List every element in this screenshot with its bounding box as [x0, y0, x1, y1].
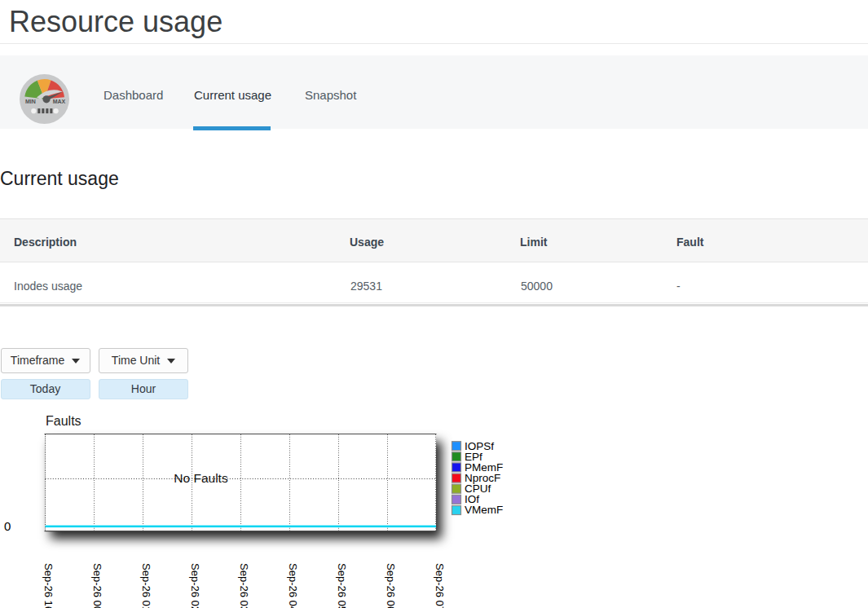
svg-text:Sep-26 02:00: Sep-26 02:00 [189, 563, 201, 608]
svg-text:Sep-26 00:00: Sep-26 00:00 [91, 563, 104, 608]
svg-text:Faults: Faults [46, 414, 82, 428]
svg-text:Sep-26 01:00: Sep-26 01:00 [140, 563, 152, 608]
svg-text:MIN: MIN [25, 99, 36, 104]
svg-text:Sep-26 06:00: Sep-26 06:00 [385, 563, 397, 608]
svg-text:Sep-26 04:00: Sep-26 04:00 [287, 563, 299, 608]
svg-text:No Faults: No Faults [174, 471, 228, 485]
svg-text:0: 0 [4, 519, 11, 533]
svg-text:VMemF: VMemF [465, 504, 503, 516]
svg-text:Sep-26 05:00: Sep-26 05:00 [336, 563, 348, 608]
svg-text:MAX: MAX [53, 99, 66, 104]
svg-text:Sep-26 07:00: Sep-26 07:00 [434, 563, 446, 608]
svg-text:Sep-26 03:00: Sep-26 03:00 [238, 563, 250, 608]
svg-text:Sep-26 16:00: Sep-26 16:00 [42, 563, 55, 608]
